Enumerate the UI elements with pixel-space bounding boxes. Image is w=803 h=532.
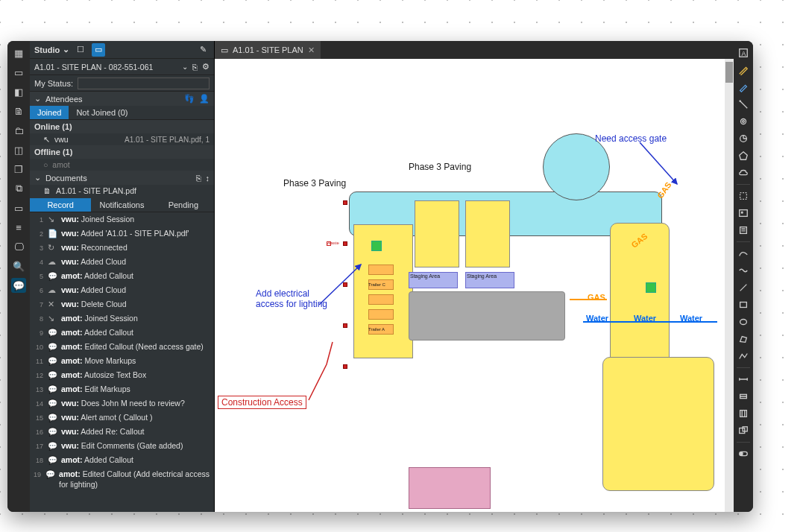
nav-sheet-icon[interactable]: ◫ <box>11 142 26 157</box>
record-number: 18 <box>33 455 43 466</box>
tab-joined[interactable]: Joined <box>30 106 69 119</box>
nav-files-icon[interactable]: 🗎 <box>11 104 26 118</box>
record-row[interactable]: 15💬vwu: Alert amot ( Callout ) <box>30 411 214 425</box>
document-tab[interactable]: ▭ A1.01 - SITE PLAN ✕ <box>215 41 321 59</box>
record-row[interactable]: 7✕vwu: Delete Cloud <box>30 297 214 311</box>
main-area: ▭ A1.01 - SITE PLAN ✕ <box>215 41 734 512</box>
record-row[interactable]: 17💬vwu: Edit Comments (Gate added) <box>30 439 214 453</box>
my-status-label: My Status: <box>34 79 73 88</box>
tool-measure2-icon[interactable] <box>736 389 751 404</box>
document-file: A1.01 - SITE PLAN.pdf <box>56 186 136 195</box>
tab-pending[interactable]: Pending <box>153 198 214 212</box>
record-user: amot: <box>61 342 83 351</box>
record-row[interactable]: 4☁vwu: Added Cloud <box>30 255 214 269</box>
settings-icon[interactable]: ⚙ <box>202 62 210 72</box>
tool-measure1-icon[interactable] <box>736 372 751 387</box>
tool-poly-icon[interactable] <box>736 332 751 346</box>
label-waste: Waste <box>327 241 339 245</box>
document-item[interactable]: 🗎 A1.01 - SITE PLAN.pdf <box>30 185 214 197</box>
close-icon[interactable]: ✕ <box>308 45 315 55</box>
tool-gear-icon[interactable] <box>736 114 751 129</box>
vertical-scrollbar[interactable] <box>725 59 734 512</box>
record-row[interactable]: 14💬vwu: Does John M need to review? <box>30 396 214 411</box>
nav-frame-icon[interactable]: ▭ <box>11 200 26 215</box>
record-number: 4 <box>33 256 43 267</box>
follow-icon[interactable]: 👣 <box>184 94 195 104</box>
drawing-canvas[interactable]: Need access gate Phase 3 Paving Phase 3 … <box>215 59 725 512</box>
tool-text-icon[interactable]: A <box>736 45 751 60</box>
record-row[interactable]: 8↘amot: Joined Session <box>30 311 214 326</box>
nav-layer-icon[interactable]: ◧ <box>11 84 26 99</box>
person-icon[interactable]: 👤 <box>199 94 210 104</box>
nav-list-icon[interactable]: ≡ <box>11 220 26 235</box>
record-row[interactable]: 1↘vwu: Joined Session <box>30 212 214 227</box>
tab-record[interactable]: Record <box>30 198 91 212</box>
tool-pie-icon[interactable] <box>736 131 751 146</box>
studio-dropdown[interactable]: Studio ⌄ <box>34 45 69 54</box>
record-number: 16 <box>33 426 43 437</box>
leave-icon[interactable]: ⎘ <box>192 63 198 72</box>
tool-rect-icon[interactable] <box>736 297 751 312</box>
session-icon[interactable]: ☐ <box>74 43 87 57</box>
marker-tool-icon[interactable]: ✎ <box>196 43 210 57</box>
tool-wave-icon[interactable] <box>736 263 751 278</box>
tool-curve-icon[interactable] <box>736 246 751 261</box>
tool-highlight-icon[interactable] <box>736 80 751 95</box>
nav-grid-icon[interactable]: ▦ <box>11 45 26 60</box>
record-text: Added Cloud <box>81 285 126 294</box>
record-user: amot: <box>61 328 83 337</box>
record-user: amot: <box>61 314 83 323</box>
attendee-online[interactable]: ↖ vwu A1.01 - SITE PLAN.pdf, 1 <box>30 133 214 145</box>
tool-ellipse-icon[interactable] <box>736 314 751 329</box>
tool-measure3-icon[interactable] <box>736 406 751 421</box>
record-row[interactable]: 19💬amot: Edited Callout (Add electrical … <box>30 467 214 491</box>
tab-notifications[interactable]: Notifications <box>91 198 152 212</box>
tool-note-icon[interactable] <box>736 223 751 238</box>
record-row[interactable]: 9💬amot: Added Callout <box>30 326 214 340</box>
tool-pentagon-icon[interactable] <box>736 148 751 163</box>
record-type-icon: 💬 <box>48 398 57 408</box>
nav-layers2-icon[interactable]: ❐ <box>11 162 26 177</box>
nav-chat-icon[interactable]: 💬 <box>11 278 26 293</box>
record-row[interactable]: 10💬amot: Edited Callout (Need access gat… <box>30 340 214 354</box>
tool-crop-icon[interactable] <box>736 189 751 203</box>
record-row[interactable]: 12💬amot: Autosize Text Box <box>30 368 214 382</box>
record-row[interactable]: 5💬amot: Added Callout <box>30 269 214 283</box>
tab-not-joined[interactable]: Not Joined (0) <box>69 106 135 119</box>
chevron-down-icon[interactable]: ⌄ <box>182 63 188 71</box>
record-row[interactable]: 18💬amot: Added Callout <box>30 453 214 467</box>
record-row[interactable]: 6☁vwu: Added Cloud <box>30 283 214 297</box>
status-select[interactable] <box>78 77 210 89</box>
attendee-offline[interactable]: ○ amot <box>30 159 214 171</box>
tool-toggle-icon[interactable] <box>736 446 751 461</box>
arrows <box>215 59 725 512</box>
record-number: 9 <box>33 327 43 338</box>
nav-case-icon[interactable]: 🗀 <box>11 123 26 138</box>
tool-image-icon[interactable] <box>736 206 751 221</box>
attendees-header[interactable]: ⌄ Attendees 👣 👤 <box>30 92 214 106</box>
nav-search-icon[interactable]: 🔍 <box>11 259 26 273</box>
record-user: amot: <box>61 271 83 280</box>
svg-line-12 <box>740 285 747 291</box>
nav-compare-icon[interactable]: ⧉ <box>11 181 26 196</box>
tool-polyline-icon[interactable] <box>736 349 751 364</box>
record-row[interactable]: 16💬vwu: Added Re: Callout <box>30 425 214 439</box>
documents-header[interactable]: ⌄ Documents ⎘ ↕ <box>30 171 214 185</box>
tool-line-icon[interactable] <box>736 280 751 295</box>
tool-ruler-icon[interactable] <box>736 97 751 112</box>
chevron-down-icon: ⌄ <box>34 94 41 104</box>
record-row[interactable]: 3↻vwu: Reconnected <box>30 241 214 255</box>
record-row[interactable]: 11💬amot: Move Markups <box>30 354 214 368</box>
add-doc-icon[interactable]: ⎘ <box>196 174 201 183</box>
nav-monitor-icon[interactable]: 🖵 <box>11 239 26 254</box>
project-icon[interactable]: ▭ <box>92 43 105 57</box>
svg-rect-13 <box>740 303 747 308</box>
nav-doc-icon[interactable]: ▭ <box>11 65 26 80</box>
tool-measure4-icon[interactable] <box>736 423 751 438</box>
tool-pen-icon[interactable] <box>736 63 751 77</box>
record-row[interactable]: 2📄vwu: Added 'A1.01 - SITE PLAN.pdf' <box>30 227 214 241</box>
sort-icon[interactable]: ↕ <box>206 174 210 183</box>
record-row[interactable]: 13💬amot: Edit Markups <box>30 382 214 396</box>
tool-cloud-icon[interactable] <box>736 165 751 180</box>
records-list[interactable]: 1↘vwu: Joined Session2📄vwu: Added 'A1.01… <box>30 212 214 512</box>
